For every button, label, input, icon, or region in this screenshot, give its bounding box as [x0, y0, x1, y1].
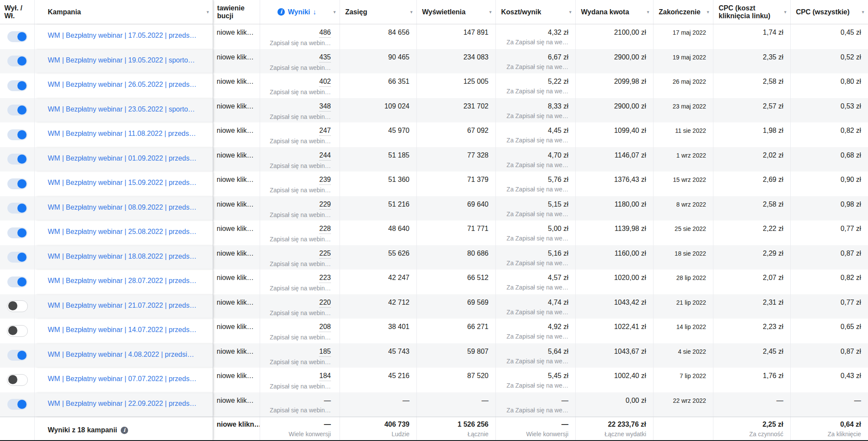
column-header-end_date[interactable]: Zakończenie▼ — [653, 0, 713, 24]
end-date-cell: 8 wrz 2022 — [653, 196, 713, 221]
column-header-reach[interactable]: Zasięg▼ — [340, 0, 417, 24]
campaign-toggle[interactable] — [7, 80, 27, 91]
campaign-link[interactable]: WM | Bezpłatny webinar | 21.07.2022 | pr… — [48, 301, 196, 310]
impressions-cell: 59 807 — [417, 343, 496, 368]
campaign-link[interactable]: WM | Bezpłatny webinar | 18.08.2022 | pr… — [48, 252, 196, 261]
cost-per-result-value: 4,32 zł — [548, 28, 568, 37]
impressions-value: 71 379 — [467, 175, 488, 184]
results-value[interactable]: 244 — [319, 151, 331, 161]
impressions-value: 69 640 — [467, 200, 488, 209]
results-value[interactable]: 247 — [319, 126, 331, 136]
end-date-cell: 1 wrz 2022 — [653, 147, 713, 172]
results-value[interactable]: 225 — [319, 249, 331, 259]
reach-cell: 109 024 — [340, 98, 417, 123]
campaign-toggle[interactable] — [7, 300, 28, 312]
cost-per-result-cell: 4,32 złZa Zapisał się na we… — [496, 24, 576, 49]
campaign-link[interactable]: WM | Bezpłatny webinar | 28.07.2022 | pr… — [48, 276, 196, 285]
campaign-link[interactable]: WM | Bezpłatny webinar | 17.05.2022 | pr… — [48, 31, 196, 40]
campaign-cell: WM | Bezpłatny webinar | 11.08.2022 | pr… — [35, 122, 213, 147]
column-header-cpc_all[interactable]: CPC (wszystkie)▼ — [791, 0, 868, 24]
info-icon[interactable]: i — [277, 8, 285, 16]
campaign-link[interactable]: WM | Bezpłatny webinar | 01.09.2022 | pr… — [48, 154, 196, 163]
campaign-toggle[interactable] — [7, 203, 27, 214]
column-header-cost_per_result[interactable]: Koszt/wynik▼ — [496, 0, 576, 24]
campaign-link[interactable]: WM | Bezpłatny webinar | 11.08.2022 | pr… — [48, 129, 196, 138]
results-value[interactable]: 435 — [319, 53, 331, 63]
column-header-results[interactable]: iWyniki↓▼ — [260, 0, 340, 24]
campaign-toggle[interactable] — [7, 399, 27, 410]
results-value[interactable]: 184 — [319, 372, 331, 381]
reach-value: 51 185 — [388, 151, 409, 160]
campaign-toggle[interactable] — [7, 56, 27, 66]
campaign-toggle[interactable] — [7, 154, 27, 165]
column-header-amount_spent[interactable]: Wydana kwota▼ — [576, 0, 653, 24]
delivery-setting: niowe klik… — [217, 273, 254, 282]
cost-sub-label: Za Zapisał się na we… — [507, 39, 568, 46]
impressions-value: 87 520 — [467, 372, 488, 380]
campaign-toggle[interactable] — [7, 350, 27, 361]
summary-impressions-cell-value: 1 526 256 — [458, 420, 488, 429]
toggle-knob — [8, 375, 17, 384]
campaign-link[interactable]: WM | Bezpłatny webinar | 15.09.2022 | pr… — [48, 178, 196, 187]
end-date-cell: 25 sie 2022 — [653, 220, 713, 245]
campaign-link[interactable]: WM | Bezpłatny webinar | 14.07.2022 | pr… — [48, 326, 196, 334]
results-value[interactable]: 228 — [319, 224, 331, 234]
toggle-knob — [17, 228, 26, 237]
summary-cpc-link-cell-sub: Za czynność — [749, 431, 783, 438]
cost-per-result-cell: 4,74 złZa Zapisał się na we… — [496, 294, 576, 319]
campaign-toggle[interactable] — [7, 105, 27, 115]
results-sub-label: Zapisał się na webin… — [270, 359, 331, 366]
campaign-toggle[interactable] — [7, 227, 27, 238]
campaign-link[interactable]: WM | Bezpłatny webinar | 22.09.2022 | pr… — [48, 399, 196, 408]
campaign-toggle[interactable] — [7, 31, 27, 42]
campaign-toggle[interactable] — [7, 252, 27, 263]
results-value[interactable]: 348 — [319, 102, 331, 112]
results-cell: 244Zapisał się na webin… — [260, 147, 340, 172]
results-value[interactable]: 185 — [319, 347, 331, 357]
results-value[interactable]: 229 — [319, 200, 331, 210]
impressions-value: 77 328 — [467, 151, 488, 160]
campaign-link[interactable]: WM | Bezpłatny webinar | 19.05.2022 | sp… — [48, 56, 195, 65]
campaign-row: WM | Bezpłatny webinar | 19.05.2022 | sp… — [0, 49, 868, 74]
results-value[interactable]: 208 — [319, 323, 331, 332]
results-value[interactable]: 220 — [319, 298, 331, 308]
campaign-link[interactable]: WM | Bezpłatny webinar | 08.09.2022 | pr… — [48, 203, 196, 212]
results-value[interactable]: 239 — [319, 175, 331, 185]
results-value[interactable]: 402 — [319, 77, 331, 87]
end-date-value: 4 sie 2022 — [678, 347, 706, 356]
results-value[interactable]: 223 — [319, 273, 331, 283]
toggle-cell — [0, 147, 35, 172]
amount-spent-cell: 2100,00 zł — [576, 24, 653, 49]
campaign-link[interactable]: WM | Bezpłatny webinar | 07.07.2022 | pr… — [48, 375, 196, 383]
amount-spent-cell: 1139,98 zł — [576, 220, 653, 245]
reach-value: 51 360 — [388, 175, 409, 184]
campaign-toggle[interactable] — [7, 374, 28, 386]
end-date-value: 19 maj 2022 — [673, 53, 706, 62]
delivery-setting: niowe klik… — [217, 53, 254, 62]
cost-per-result-cell: 8,33 złZa Zapisał się na we… — [496, 98, 576, 123]
reach-value: 51 216 — [388, 200, 409, 209]
campaign-link[interactable]: WM | Bezpłatny webinar | 25.08.2022 | pr… — [48, 227, 196, 236]
campaign-link[interactable]: WM | Bezpłatny webinar | 26.05.2022 | pr… — [48, 80, 196, 89]
campaign-toggle[interactable] — [7, 129, 27, 140]
cost-per-result-value: 4,74 zł — [548, 298, 568, 307]
campaign-toggle[interactable] — [7, 178, 27, 189]
campaign-toggle[interactable] — [7, 276, 27, 287]
toggle-knob — [8, 326, 17, 335]
results-value[interactable]: 486 — [319, 28, 331, 38]
campaign-link[interactable]: WM | Bezpłatny webinar | 4.08.2022 | prz… — [48, 350, 194, 359]
column-header-impressions[interactable]: Wyświetlenia▼ — [417, 0, 496, 24]
info-icon[interactable]: i — [121, 427, 128, 434]
impressions-value: 231 702 — [463, 102, 488, 111]
campaign-toggle[interactable] — [7, 325, 28, 337]
reach-value: 45 970 — [388, 126, 409, 135]
campaign-link[interactable]: WM | Bezpłatny webinar | 23.05.2022 | sp… — [48, 105, 195, 114]
column-header-campaign[interactable]: Kampania▼ — [35, 0, 213, 24]
column-header-cpc_link[interactable]: CPC (koszt kliknięcia linku)▼ — [713, 0, 791, 24]
cpc-link-cell: 1,76 zł — [713, 368, 791, 392]
delivery-cell: niowe klik… — [213, 294, 260, 319]
toggle-cell — [0, 171, 35, 196]
summary-delivery-cell: niowe klikn… — [213, 417, 260, 440]
cpc-link-cell: 2,29 zł — [713, 245, 791, 270]
cost-sub-label: Za Zapisał się na we… — [507, 186, 568, 194]
